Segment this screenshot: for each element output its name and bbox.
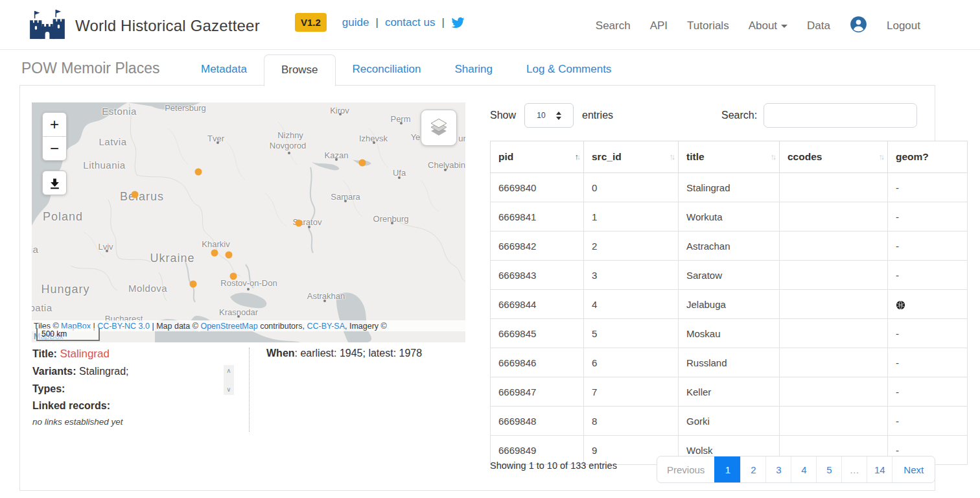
table-row[interactable]: 66698444Jelabuga xyxy=(491,290,968,319)
nav-logout[interactable]: Logout xyxy=(887,19,920,32)
contact-link[interactable]: contact us xyxy=(385,16,436,29)
cell-title: Saratow xyxy=(679,261,780,290)
nav-search[interactable]: Search xyxy=(596,19,631,32)
city-marker-dot xyxy=(288,152,290,154)
title-value: Stalingrad xyxy=(60,348,110,360)
cell-src_id: 3 xyxy=(584,261,679,290)
page-1[interactable]: 1 xyxy=(714,456,740,482)
layers-icon xyxy=(428,117,450,139)
table-row[interactable]: 66698488Gorki- xyxy=(491,407,968,436)
zoom-in-button[interactable]: + xyxy=(43,113,66,137)
page-3[interactable]: 3 xyxy=(765,456,791,482)
map-label: oatia xyxy=(32,302,52,313)
page-14[interactable]: 14 xyxy=(867,456,892,482)
cell-ccodes xyxy=(780,377,888,407)
search-input[interactable] xyxy=(764,103,917,128)
sort-down-icon: ↓ xyxy=(671,152,673,161)
cell-ccodes xyxy=(780,290,888,319)
place-point[interactable] xyxy=(296,220,303,227)
zoom-out-button[interactable]: − xyxy=(43,137,66,160)
cell-ccodes xyxy=(780,202,888,231)
col-label: ccodes xyxy=(788,151,822,162)
attribution-link[interactable]: OpenStreetMap xyxy=(200,322,257,331)
table-row[interactable]: 66698400Stalingrad- xyxy=(491,173,968,202)
cell-src_id: 5 xyxy=(584,319,679,348)
tab-browse[interactable]: Browse xyxy=(264,54,336,86)
sort-down-icon: ↓ xyxy=(881,152,883,161)
place-point[interactable] xyxy=(190,281,197,288)
download-map-button[interactable] xyxy=(42,171,67,195)
table-row[interactable]: 66698455Moskau- xyxy=(491,319,968,348)
cell-title: Russland xyxy=(679,348,780,377)
map-label: Belarus xyxy=(120,190,164,204)
place-point[interactable] xyxy=(359,160,366,167)
table-row[interactable]: 66698466Russland- xyxy=(491,348,968,377)
nav-api[interactable]: API xyxy=(650,19,668,32)
map-scale: 500 km xyxy=(36,328,100,341)
when-value: : earliest: 1945; latest: 1978 xyxy=(295,348,423,359)
cell-pid: 6669843 xyxy=(491,261,584,290)
tab-reconciliation[interactable]: Reconciliation xyxy=(336,54,438,86)
place-point[interactable] xyxy=(211,250,218,257)
nav-about[interactable]: About xyxy=(749,19,788,32)
cell-geom xyxy=(888,290,968,319)
col-label: pid xyxy=(498,151,513,162)
page-5[interactable]: 5 xyxy=(816,456,841,482)
cell-pid: 6669848 xyxy=(491,407,584,436)
cell-ccodes xyxy=(780,407,888,436)
col-ccodes[interactable]: ccodes↑↓ xyxy=(780,141,888,173)
place-point[interactable] xyxy=(226,252,233,259)
scroll-down-icon[interactable]: ∨ xyxy=(226,386,231,393)
page-title: POW Memoir Places xyxy=(21,60,159,77)
scroll-up-icon[interactable]: ∧ xyxy=(226,367,231,374)
tab-bar: MetadataBrowseReconciliationSharingLog &… xyxy=(184,54,628,86)
attribution-link[interactable]: CC-BY-SA xyxy=(307,322,345,331)
linked-records-label: Linked records: xyxy=(32,400,110,411)
tab-content: EstoniaPetersburgKirovPermLatviaTverLith… xyxy=(19,85,935,491)
tab-sharing[interactable]: Sharing xyxy=(438,54,509,86)
tab-metadata[interactable]: Metadata xyxy=(184,54,264,86)
city-marker-dot xyxy=(339,113,342,115)
page-size-select[interactable]: 10 xyxy=(524,103,574,128)
nav-data[interactable]: Data xyxy=(807,19,830,32)
variants-value: Stalingrad; xyxy=(79,366,129,377)
guide-link[interactable]: guide xyxy=(342,16,369,29)
map[interactable]: EstoniaPetersburgKirovPermLatviaTverLith… xyxy=(32,102,465,342)
nav-tutorials[interactable]: Tutorials xyxy=(687,19,729,32)
variants-scrollbar[interactable]: ∧ ∨ xyxy=(224,365,234,395)
place-point[interactable] xyxy=(132,191,139,198)
page-previous[interactable]: Previous xyxy=(657,456,714,482)
avatar-icon[interactable] xyxy=(850,16,867,33)
layers-button[interactable] xyxy=(421,110,457,146)
place-point[interactable] xyxy=(195,169,202,176)
tab-log-comments[interactable]: Log & Comments xyxy=(509,54,628,86)
page-4[interactable]: 4 xyxy=(791,456,816,482)
cell-src_id: 7 xyxy=(584,377,679,407)
cell-src_id: 1 xyxy=(584,202,679,231)
cell-geom: - xyxy=(888,348,968,377)
cell-geom: - xyxy=(888,261,968,290)
col-pid[interactable]: pid↑↓ xyxy=(491,141,584,173)
col-title[interactable]: title↑↓ xyxy=(679,141,780,173)
cell-title: Keller xyxy=(679,377,780,407)
attribution-link[interactable]: CC-BY-NC 3.0 xyxy=(97,322,150,331)
table-row[interactable]: 66698433Saratow- xyxy=(491,261,968,290)
map-label: Moldova xyxy=(128,283,167,294)
place-point[interactable] xyxy=(230,273,237,280)
map-label: Astrakhan xyxy=(307,291,345,301)
attribution-text: contributors, xyxy=(258,322,307,331)
city-marker-dot xyxy=(391,222,393,224)
twitter-icon[interactable] xyxy=(451,14,465,31)
cell-src_id: 2 xyxy=(584,231,679,261)
map-label: Kharkiv xyxy=(202,239,229,249)
page-2[interactable]: 2 xyxy=(740,456,765,482)
cell-pid: 6669844 xyxy=(491,290,584,319)
col-src-id[interactable]: src_id↑↓ xyxy=(584,141,679,173)
places-table: pid↑↓src_id↑↓title↑↓ccodes↑↓geom? 666984… xyxy=(490,141,968,465)
page-next[interactable]: Next xyxy=(892,456,935,482)
search-label: Search: xyxy=(721,110,757,121)
table-row[interactable]: 66698422Astrachan- xyxy=(491,231,968,261)
table-row[interactable]: 66698477Keller- xyxy=(491,377,968,407)
avatar-wrap[interactable] xyxy=(850,16,867,36)
table-row[interactable]: 66698411Workuta- xyxy=(491,202,968,231)
